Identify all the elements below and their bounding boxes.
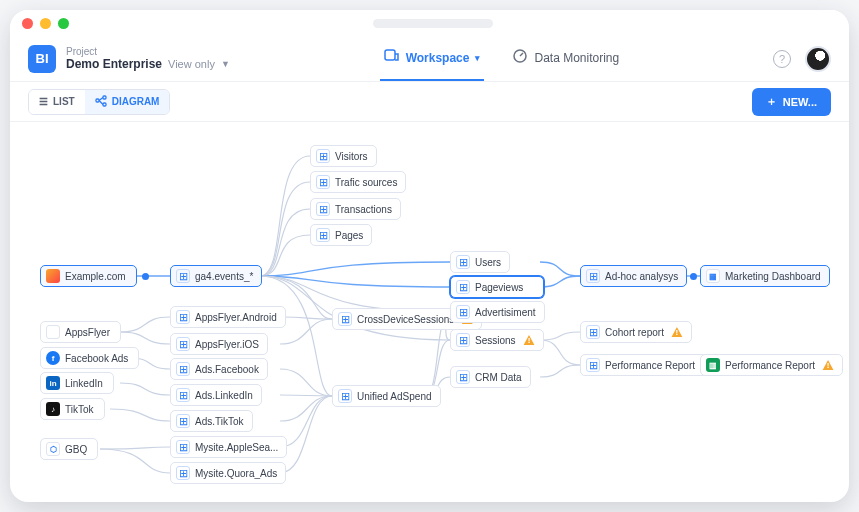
node-label: Performance Report — [605, 360, 695, 371]
table-icon — [456, 255, 470, 269]
node-visitors[interactable]: Visitors — [310, 145, 377, 167]
view-list-button[interactable]: ☰ LIST — [29, 90, 85, 114]
node-users[interactable]: Users — [450, 251, 510, 273]
address-bar — [373, 19, 493, 28]
close-icon[interactable] — [22, 18, 33, 29]
node-label: Ads.TikTok — [195, 416, 244, 427]
node-label: Mysite.Quora_Ads — [195, 468, 277, 479]
svg-rect-2 — [96, 99, 99, 102]
linkedin-icon: in — [46, 376, 60, 390]
table-icon — [338, 312, 352, 326]
node-traffic-sources[interactable]: Trafic sources — [310, 171, 406, 193]
analytics-icon — [46, 269, 60, 283]
tab-monitoring[interactable]: Data Monitoring — [508, 36, 623, 81]
table-icon — [456, 370, 470, 384]
avatar[interactable] — [805, 46, 831, 72]
node-pageviews[interactable]: Pageviews — [450, 276, 544, 298]
node-af-android[interactable]: AppsFlyer.Android — [170, 306, 286, 328]
table-icon — [456, 280, 470, 294]
node-advertisiment[interactable]: Advertisiment — [450, 301, 545, 323]
node-label: Ad-hoc analysys — [605, 271, 678, 282]
chevron-down-icon[interactable]: ▼ — [221, 59, 230, 69]
node-source-appsflyer[interactable]: ✳ AppsFlyer — [40, 321, 121, 343]
node-label: Example.com — [65, 271, 126, 282]
node-label: GBQ — [65, 444, 87, 455]
app-logo[interactable]: BI — [28, 45, 56, 73]
bigquery-icon: ⬡ — [46, 442, 60, 456]
table-icon — [176, 269, 190, 283]
node-source-facebook[interactable]: f Facebook Ads — [40, 347, 139, 369]
header: BI Project Demo Enterprise View only ▼ W… — [10, 36, 849, 82]
node-performance-report-sheet[interactable]: ▥ Performance Report — [700, 354, 843, 376]
diagram-canvas[interactable]: Example.com ✳ AppsFlyer f Facebook Ads i… — [10, 122, 849, 502]
table-icon — [456, 333, 470, 347]
table-icon — [316, 149, 330, 163]
node-ga4-events[interactable]: ga4.events_* — [170, 265, 262, 287]
help-icon[interactable]: ? — [773, 50, 791, 68]
connector-dot — [142, 273, 149, 280]
node-source-example[interactable]: Example.com — [40, 265, 137, 287]
node-unified-adspend[interactable]: Unified AdSpend — [332, 385, 441, 407]
node-marketing-dashboard[interactable]: ▦ Marketing Dashboard — [700, 265, 830, 287]
node-cohort-report[interactable]: Cohort report — [580, 321, 692, 343]
titlebar — [10, 10, 849, 36]
view-diagram-label: DIAGRAM — [112, 96, 160, 107]
project-mode: View only — [168, 58, 215, 70]
project-name[interactable]: Demo Enterprise — [66, 57, 162, 71]
warning-icon — [671, 326, 683, 338]
node-label: Trafic sources — [335, 177, 397, 188]
node-label: AppsFlyer.iOS — [195, 339, 259, 350]
table-icon — [176, 337, 190, 351]
node-label: Pageviews — [475, 282, 523, 293]
table-icon — [456, 305, 470, 319]
node-crm-data[interactable]: CRM Data — [450, 366, 531, 388]
project-label: Project — [66, 46, 230, 57]
svg-rect-0 — [385, 50, 395, 60]
node-af-ios[interactable]: AppsFlyer.iOS — [170, 333, 268, 355]
node-pages[interactable]: Pages — [310, 224, 372, 246]
plus-icon: ＋ — [766, 94, 777, 109]
node-label: Cohort report — [605, 327, 664, 338]
node-label: Ads.LinkedIn — [195, 390, 253, 401]
node-label: Sessions — [475, 335, 516, 346]
table-icon — [586, 269, 600, 283]
sheets-icon: ▥ — [706, 358, 720, 372]
node-label: AppsFlyer.Android — [195, 312, 277, 323]
appsflyer-icon: ✳ — [46, 325, 60, 339]
workspace-icon — [384, 48, 400, 67]
node-source-gbq[interactable]: ⬡ GBQ — [40, 438, 98, 460]
minimize-icon[interactable] — [40, 18, 51, 29]
view-diagram-button[interactable]: DIAGRAM — [85, 90, 170, 114]
table-icon — [586, 325, 600, 339]
node-ads-tiktok[interactable]: Ads.TikTok — [170, 410, 253, 432]
project-block: Project Demo Enterprise View only ▼ — [66, 46, 230, 71]
view-list-label: LIST — [53, 96, 75, 107]
header-tabs: Workspace ▾ Data Monitoring — [380, 36, 624, 81]
node-ads-facebook[interactable]: Ads.Facebook — [170, 358, 268, 380]
table-icon — [176, 414, 190, 428]
node-transactions[interactable]: Transactions — [310, 198, 401, 220]
table-icon — [176, 388, 190, 402]
node-source-linkedin[interactable]: in LinkedIn — [40, 372, 114, 394]
node-source-tiktok[interactable]: ♪ TikTok — [40, 398, 105, 420]
table-icon — [316, 175, 330, 189]
node-sessions[interactable]: Sessions — [450, 329, 544, 351]
node-adhoc[interactable]: Ad-hoc analysys — [580, 265, 687, 287]
node-label: ga4.events_* — [195, 271, 253, 282]
node-mysite-quora[interactable]: Mysite.Quora_Ads — [170, 462, 286, 484]
table-icon — [316, 228, 330, 242]
header-right: ? — [773, 46, 831, 72]
node-label: LinkedIn — [65, 378, 103, 389]
gauge-icon — [512, 48, 528, 67]
new-button[interactable]: ＋ NEW... — [752, 88, 831, 116]
node-mysite-apple[interactable]: Mysite.AppleSea... — [170, 436, 287, 458]
table-icon — [176, 362, 190, 376]
tab-workspace[interactable]: Workspace ▾ — [380, 36, 485, 81]
maximize-icon[interactable] — [58, 18, 69, 29]
app-window: BI Project Demo Enterprise View only ▼ W… — [10, 10, 849, 502]
node-label: Advertisiment — [475, 307, 536, 318]
node-ads-linkedin[interactable]: Ads.LinkedIn — [170, 384, 262, 406]
chevron-down-icon: ▾ — [475, 53, 480, 63]
svg-rect-3 — [103, 96, 106, 99]
node-label: Visitors — [335, 151, 368, 162]
